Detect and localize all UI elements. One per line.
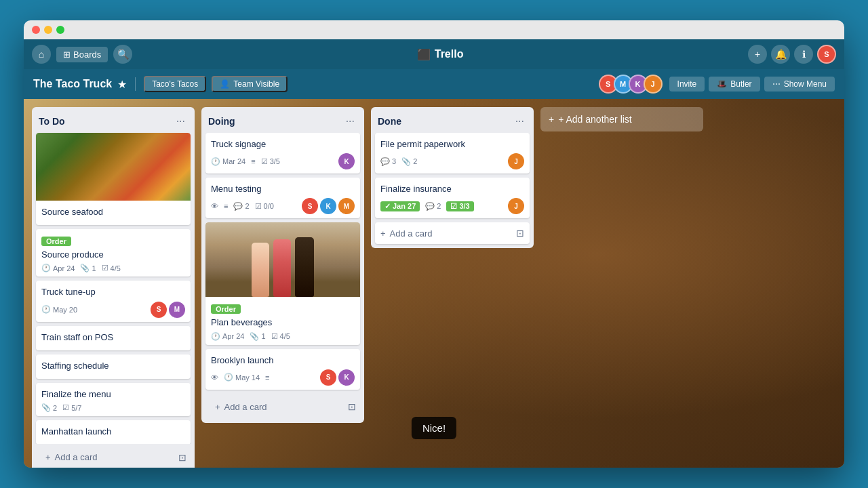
source-produce-checklist: ☑ 4/5 (102, 264, 121, 272)
list-done-header: Done ··· (371, 107, 534, 133)
trello-logo-icon: ⬛ (417, 48, 431, 61)
board-header-right: S M K J Invite 🎩 Butler ⋯ Show Menu (603, 75, 835, 94)
home-button[interactable]: ⌂ (32, 45, 51, 64)
tooltip: Nice! (412, 417, 456, 439)
paperclip-icon: 📎 (250, 332, 259, 341)
plan-beverages-attachments: 📎 1 (250, 332, 265, 341)
add-card-doing-button[interactable]: + Add a card (210, 398, 348, 416)
paperclip-icon: 📎 (41, 403, 51, 412)
menu-dots-icon: ⋯ (772, 79, 781, 89)
card-finalize-menu[interactable]: Finalize the menu 📎 2 ☑ 5/7 (36, 383, 191, 416)
list-doing-footer: + Add a card ⊡ (201, 394, 364, 423)
card-plan-beverages[interactable]: Order Plan beverages 🕐 Apr 24 📎 (205, 222, 360, 344)
template-icon: ⊡ (516, 228, 524, 239)
avatar-j: J (508, 198, 524, 214)
card-source-produce[interactable]: Order Source produce 🕐 Apr 24 📎 1 (36, 229, 191, 277)
visibility-button[interactable]: 👤 Team Visible (212, 76, 288, 92)
board-title: The Taco Truck (33, 78, 112, 90)
star-button[interactable]: ★ (117, 78, 127, 91)
member-avatar-4[interactable]: J (644, 75, 663, 94)
plus-icon: + (380, 228, 386, 239)
visibility-icon: 👤 (220, 79, 230, 89)
add-card-done-inline-button[interactable]: + Add a card (380, 228, 516, 239)
plus-icon: + (755, 49, 760, 60)
list-done-menu-button[interactable]: ··· (513, 114, 527, 129)
card-brooklyn-launch[interactable]: Brooklyn launch 👁 🕐 May 14 (205, 349, 360, 390)
card-menu-testing[interactable]: Menu testing 👁 ≡ 💬 2 (205, 178, 360, 218)
card-staffing-schedule[interactable]: Staffing schedule (36, 354, 191, 379)
plus-icon: + (215, 402, 220, 412)
search-button[interactable]: 🔍 (113, 45, 132, 64)
brooklyn-launch-title: Brooklyn launch (211, 354, 355, 367)
home-icon: ⌂ (39, 49, 44, 60)
menu-testing-meta: 👁 ≡ 💬 2 ☑ (211, 198, 355, 214)
card-finalize-insurance[interactable]: Finalize insurance ✓ Jan 27 💬 2 (375, 178, 530, 218)
list-done-title: Done (378, 116, 401, 127)
source-seafood-title: Source seafood (41, 206, 185, 218)
drink-cup-3 (295, 237, 314, 297)
add-template-done-inline[interactable]: ⊡ (516, 228, 524, 239)
finalize-insurance-title: Finalize insurance (380, 183, 524, 195)
paperclip-icon: 📎 (80, 264, 90, 272)
list-todo-footer-row: + Add a card ⊡ (36, 447, 191, 468)
minimize-dot[interactable] (44, 26, 52, 34)
add-template-todo-button[interactable]: ⊡ (178, 452, 186, 463)
workspace-button[interactable]: Taco's Tacos (144, 76, 206, 92)
add-button[interactable]: + (748, 45, 767, 64)
lists-container: To Do ··· Source seafood (24, 99, 844, 468)
tooltip-text: Nice! (422, 422, 446, 434)
close-dot[interactable] (32, 26, 40, 34)
maximize-dot[interactable] (56, 26, 64, 34)
star-icon: ★ (117, 79, 127, 90)
clock-icon: 🕐 (211, 157, 220, 166)
notifications-button[interactable]: 🔔 (771, 45, 790, 64)
card-truck-signage[interactable]: Truck signage 🕐 Mar 24 ≡ ☑ (205, 133, 360, 174)
card-manhattan-launch[interactable]: Manhattan launch (36, 420, 191, 444)
plus-icon: + (45, 452, 51, 462)
invite-button[interactable]: Invite (669, 77, 705, 92)
plan-beverages-checklist: ☑ 4/5 (271, 332, 290, 341)
train-staff-title: Train staff on POS (41, 331, 185, 344)
list-doing-menu-button[interactable]: ··· (343, 114, 357, 129)
comment-icon: 💬 (380, 157, 390, 166)
finalize-menu-checklist: ☑ 5/7 (62, 403, 81, 412)
card-source-seafood[interactable]: Source seafood (36, 133, 191, 225)
trello-global-header: ⌂ ⊞ Boards 🔍 ⬛ Trello + 🔔 (24, 39, 844, 69)
show-menu-button[interactable]: ⋯ Show Menu (764, 77, 835, 92)
drink-cup-2 (273, 239, 291, 297)
add-card-todo-button[interactable]: + Add a card (40, 448, 178, 466)
header-right: + 🔔 ℹ S (748, 45, 836, 64)
grid-icon: ⊞ (63, 49, 71, 60)
truck-tune-up-avatars: S M (151, 302, 185, 318)
checkbox-icon: ☑ (261, 157, 268, 166)
brooklyn-launch-desc: ≡ (265, 373, 269, 382)
avatar-m: M (338, 198, 355, 214)
butler-button[interactable]: 🎩 Butler (709, 77, 760, 92)
add-list-button[interactable]: + + Add another list (540, 107, 703, 131)
info-button[interactable]: ℹ (794, 45, 813, 64)
drink-cup-1 (252, 243, 269, 297)
template-icon: ⊡ (348, 401, 356, 412)
add-template-doing-button[interactable]: ⊡ (348, 401, 356, 412)
add-card-inline-done[interactable]: + Add a card ⊡ (375, 222, 530, 244)
visibility-label: Team Visible (233, 79, 279, 89)
description-icon: ≡ (251, 157, 255, 165)
staffing-schedule-title: Staffing schedule (41, 360, 185, 372)
checkbox-icon: ☑ (102, 264, 108, 272)
list-todo-menu-button[interactable]: ··· (174, 114, 188, 129)
add-card-doing-label: Add a card (224, 402, 267, 412)
card-train-staff[interactable]: Train staff on POS (36, 326, 191, 350)
source-produce-attachments: 📎 1 (80, 264, 96, 272)
boards-button[interactable]: ⊞ Boards (56, 47, 108, 62)
add-list-icon: + (549, 114, 554, 125)
list-done-cards: File permit paperwork 💬 3 📎 2 (371, 133, 534, 248)
user-avatar[interactable]: S (817, 45, 836, 64)
template-icon: ⊡ (178, 452, 186, 463)
card-truck-tune-up[interactable]: Truck tune-up 🕐 May 20 S M (36, 281, 191, 321)
list-doing-title: Doing (208, 116, 235, 127)
clock-icon: 🕐 (41, 305, 51, 314)
card-file-permit[interactable]: File permit paperwork 💬 3 📎 2 (375, 133, 530, 174)
plan-beverages-label: Order (211, 304, 241, 314)
source-produce-title: Source produce (41, 249, 185, 261)
trello-logo: ⬛ Trello (138, 48, 743, 61)
